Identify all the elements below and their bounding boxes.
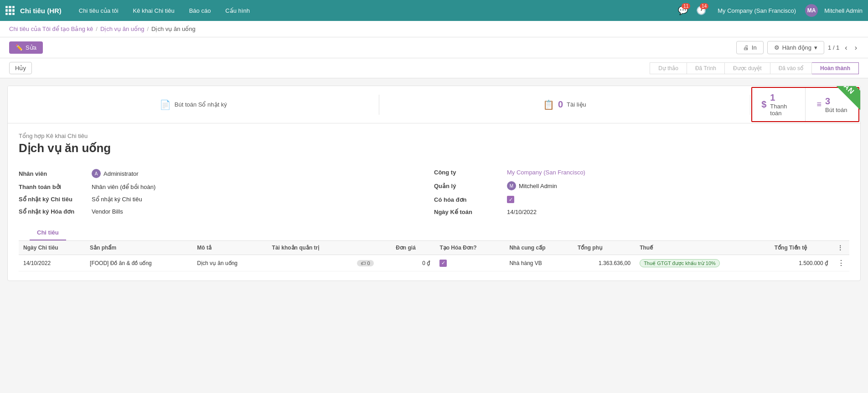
tab-chi-tieu[interactable]: Chi tiêu — [30, 225, 66, 240]
company-name: My Company (San Francisco) — [718, 7, 796, 14]
cell-description: Dịch vụ ăn uống — [192, 255, 267, 271]
nav-chi-tieu-cua-toi[interactable]: Chi tiêu của tôi — [72, 0, 125, 21]
cong-ty-label: Công ty — [434, 169, 507, 176]
quan-ly-label: Quản lý — [434, 183, 507, 189]
breadcrumb-item-2[interactable]: Dịch vụ ăn uống — [100, 26, 145, 32]
print-button[interactable]: 🖨 In — [736, 41, 764, 54]
col-mo-ta: Mô tả — [192, 241, 267, 255]
form-grid: Nhân viên A Administrator Thanh toán bởi… — [19, 166, 849, 218]
so-nhat-ky-label: Sổ nhật ký Chi tiêu — [19, 196, 92, 203]
nav-cau-hinh[interactable]: Cấu hình — [219, 0, 256, 21]
messages-icon[interactable]: 💬 11 — [676, 3, 690, 18]
documents-button[interactable]: 📋 0 Tài liệu — [379, 95, 751, 115]
quan-ly-row: Quản lý M Mitchell Admin — [434, 179, 849, 193]
toolbar: ✏️ Sửa 🖨 In ⚙ Hành động ▾ 1 / 1 ‹ › — [0, 37, 868, 58]
dollar-icon: $ — [761, 99, 766, 110]
journal-entry-button[interactable]: 📄 Bút toán Sổ nhật ký — [8, 95, 379, 115]
avatar[interactable]: MA — [805, 4, 818, 17]
step-hoan-thanh: Hoàn thành — [812, 62, 859, 74]
tag-pill: 🏷 0 — [357, 260, 373, 266]
gear-icon: ⚙ — [774, 44, 780, 51]
invoice-checkbox-icon: ✓ — [439, 260, 447, 267]
app-menu-icon[interactable] — [5, 6, 15, 15]
edit-button[interactable]: ✏️ Sửa — [9, 41, 43, 54]
col-tong-phu: Tổng phụ — [573, 241, 635, 255]
so-nhat-ky-row: Sổ nhật ký Chi tiêu Sổ nhật ký Chi tiêu — [19, 193, 434, 205]
checkbox-checked-icon: ✓ — [507, 196, 514, 203]
list-icon: ≡ — [817, 100, 822, 109]
cell-tags: 🏷 0 — [352, 255, 391, 271]
ngay-ke-toan-label: Ngày Kế toán — [434, 209, 507, 215]
document-icon: 📄 — [160, 99, 171, 110]
cell-product: [FOOD] Đồ ăn & đồ uống — [85, 255, 192, 271]
status-bar: Hủy Dự thảo Đã Trình Được duyệt Đã vào s… — [0, 58, 868, 78]
form-left-column: Nhân viên A Administrator Thanh toán bởi… — [19, 166, 434, 218]
table-header-row: Ngày Chi tiêu Sản phẩm Mô tả Tài khoản q… — [19, 241, 849, 255]
breadcrumb-current: Dịch vụ ăn uống — [151, 26, 196, 32]
tax-badge: Thuế GTGT được khấu trừ 10% — [640, 259, 720, 267]
step-du-thao: Dự thảo — [650, 62, 687, 74]
form-subtitle: Tổng hợp Kê khai Chi tiêu — [19, 133, 849, 139]
smart-buttons-bar: 📄 Bút toán Sổ nhật ký 📋 0 Tài liệu $ 1 T… — [8, 86, 860, 123]
top-navigation: Chi tiêu (HR) Chi tiêu của tôi Kê khai C… — [0, 0, 868, 21]
col-tao-hoa-don: Tạo Hóa Đơn? — [435, 241, 505, 255]
col-thue: Thuế — [635, 241, 770, 255]
tabs-bar: Chi tiêu — [19, 225, 849, 241]
page-info: 1 / 1 — [828, 44, 839, 51]
breadcrumb-item-1[interactable]: Chi tiêu của Tôi để tạo Bảng kê — [9, 26, 93, 32]
tag-icon: 🏷 — [361, 260, 366, 266]
next-page-button[interactable]: › — [853, 43, 859, 53]
table-row: 14/10/2022 [FOOD] Đồ ăn & đồ uống Dịch v… — [19, 255, 849, 271]
cell-subtotal: 1.363.636,00 — [573, 255, 635, 271]
form-right-column: Công ty My Company (San Francisco) Quản … — [434, 166, 849, 218]
prev-page-button[interactable]: ‹ — [843, 43, 849, 53]
cong-ty-row: Công ty My Company (San Francisco) — [434, 166, 849, 179]
clock-icon[interactable]: 🕐 14 — [694, 3, 708, 18]
thanh-toan-boi-value: Nhân viên (để bồi hoàn) — [92, 184, 155, 190]
cancel-button[interactable]: Hủy — [9, 62, 32, 74]
form-title: Dịch vụ ăn uống — [19, 141, 849, 155]
so-nhat-ky-hoa-don-label: Sổ nhật ký Hóa đơn — [19, 208, 92, 215]
thanh-toan-boi-row: Thanh toán bởi Nhân viên (để bồi hoàn) — [19, 181, 434, 193]
ngay-ke-toan-value: 14/10/2022 — [507, 209, 537, 215]
payment-button[interactable]: $ 1 Thanh toán — [752, 88, 806, 121]
cell-total: 1.500.000 ₫ — [770, 255, 833, 271]
col-tong-tien-te: Tổng Tiền tệ — [770, 241, 833, 255]
cong-ty-value[interactable]: My Company (San Francisco) — [507, 169, 585, 176]
thanh-toan-boi-label: Thanh toán bởi — [19, 184, 92, 190]
so-nhat-ky-value: Sổ nhật ký Chi tiêu — [92, 196, 142, 203]
quan-ly-value: M Mitchell Admin — [507, 181, 557, 190]
co-hoa-don-row: Có hóa đơn ✓ — [434, 193, 849, 206]
nav-ke-khai[interactable]: Kê khai Chi tiêu — [127, 0, 181, 21]
cell-row-menu[interactable]: ⋮ — [833, 255, 849, 271]
so-nhat-ky-hoa-don-row: Sổ nhật ký Hóa đơn Vendor Bills — [19, 205, 434, 218]
nhan-vien-row: Nhân viên A Administrator — [19, 166, 434, 181]
expense-table: Ngày Chi tiêu Sản phẩm Mô tả Tài khoản q… — [19, 241, 849, 271]
cell-tax: Thuế GTGT được khấu trừ 10% — [635, 255, 770, 271]
ngay-ke-toan-row: Ngày Kế toán 14/10/2022 — [434, 206, 849, 218]
breadcrumb: Chi tiêu của Tôi để tạo Bảng kê / Dịch v… — [0, 21, 868, 37]
co-hoa-don-label: Có hóa đơn — [434, 196, 507, 203]
app-title: Chi tiêu (HR) — [20, 7, 62, 15]
col-menu: ⋮ — [833, 241, 849, 255]
action-button[interactable]: ⚙ Hành động ▾ — [767, 41, 824, 54]
cell-date: 14/10/2022 — [19, 255, 85, 271]
pencil-icon: ✏️ — [16, 44, 23, 51]
col-ngay-chi-tieu: Ngày Chi tiêu — [19, 241, 85, 255]
so-nhat-ky-hoa-don-value: Vendor Bills — [92, 208, 123, 215]
breadcrumb-separator-2: / — [147, 26, 149, 32]
nhan-vien-label: Nhân viên — [19, 170, 92, 177]
printer-icon: 🖨 — [743, 44, 749, 51]
col-san-pham: Sản phẩm — [85, 241, 192, 255]
cell-unit-price: 0 ₫ — [391, 255, 435, 271]
nhan-vien-value: A Administrator — [92, 169, 139, 178]
step-da-trinh: Đã Trình — [687, 62, 725, 74]
manager-avatar: M — [507, 181, 516, 190]
cell-supplier: Nhà hàng VB — [505, 255, 573, 271]
main-content: ĐÃ THANH TOÁN 📄 Bút toán Sổ nhật ký 📋 0 … — [7, 86, 861, 281]
status-steps: Dự thảo Đã Trình Được duyệt Đã vào sổ Ho… — [650, 62, 859, 74]
cell-create-invoice: ✓ — [435, 255, 505, 271]
file-icon: 📋 — [543, 99, 554, 110]
step-duoc-duyet: Được duyệt — [725, 62, 770, 74]
nav-bao-cao[interactable]: Báo cáo — [183, 0, 217, 21]
